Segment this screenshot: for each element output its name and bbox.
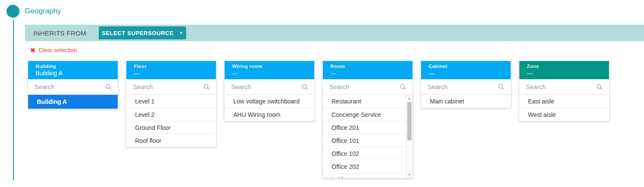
inherits-from-label: INHERITS FROM [33,29,86,37]
column-title: Wiring room [232,64,310,69]
column-title: Cabinet [428,64,506,69]
search-icon [203,83,210,90]
item-list-floor: Level 1Level 2Ground FloorRoof floor [126,95,216,147]
clear-selection-link[interactable]: ✖ Clear selection [30,47,77,53]
search-row-building [28,79,118,95]
list-item[interactable]: Low voltage switchboard [225,95,314,108]
page-title: Geography [25,7,61,16]
search-row-floor [126,79,216,95]
column-header-building: BuildingBuilding A [28,61,118,79]
column-title: Room [330,64,408,69]
list-item[interactable]: Roof floor [126,134,216,147]
column-selected-value: — [428,70,506,77]
scroll-down-arrow[interactable]: ▼ [406,171,412,177]
select-supersource-label: SELECT SUPERSOURCE [102,30,174,36]
list-item[interactable]: Office 102 [323,147,412,160]
column-selected-value: — [232,70,310,77]
column-title: Zone [527,64,605,69]
column-header-room: Room— [323,61,412,79]
selector-column-building: BuildingBuilding ABuilding A [28,61,118,109]
column-header-zone: Zone— [519,61,609,79]
search-input-zone[interactable] [519,79,609,94]
selector-columns: BuildingBuilding ABuilding AFloor—Level … [28,61,609,178]
column-title: Floor [134,64,212,69]
column-selected-value: — [134,70,212,77]
list-item[interactable]: Office 202 [323,160,412,173]
section-vertical-rule [13,20,14,181]
list-item[interactable]: Ground Floor [126,121,216,134]
search-icon [399,83,407,90]
scroll-thumb[interactable] [407,102,412,140]
clear-selection-label: Clear selection [39,47,77,53]
search-input-cabinet[interactable] [421,79,511,94]
search-input-room[interactable] [323,79,412,94]
list-item[interactable]: West aisle [519,108,609,121]
column-title: Building [35,64,113,69]
list-item[interactable]: East aisle [519,95,609,108]
list-item[interactable]: AHU Wiring room [225,108,314,121]
selector-column-room: Room—RestaurantConcierge ServiceOffice 2… [322,61,413,178]
room-scrollbar[interactable]: ▲▼ [406,95,412,178]
search-icon [498,83,505,90]
item-list-cabinet: Main cabinet [421,95,511,108]
search-row-wiring-room [225,79,314,95]
search-input-wiring-room[interactable] [225,79,314,94]
inherits-from-bar: INHERITS FROM SELECT SUPERSOURCE ▼ [25,25,644,41]
app-logo-circle[interactable] [6,5,19,18]
list-item[interactable]: Lobby [323,173,412,178]
select-supersource-button[interactable]: SELECT SUPERSOURCE ▼ [99,26,186,39]
search-row-cabinet [421,79,511,95]
item-list-room: RestaurantConcierge ServiceOffice 201Off… [323,95,412,178]
selector-column-zone: Zone—East aisleWest aisle [519,61,609,121]
list-item[interactable]: Concierge Service [323,108,412,121]
chevron-down-icon: ▼ [179,31,184,35]
search-icon [596,83,603,90]
column-selected-value: — [330,70,408,77]
list-item[interactable]: Level 2 [126,108,216,121]
list-item[interactable]: Restaurant [323,95,412,108]
list-item[interactable]: Level 1 [126,95,216,108]
list-item[interactable]: Building A [28,95,118,109]
search-icon [105,83,112,90]
list-item[interactable]: Office 101 [323,134,412,147]
clear-x-icon: ✖ [30,47,35,53]
column-header-wiring-room: Wiring room— [225,61,314,79]
scroll-up-arrow[interactable]: ▲ [406,95,412,101]
list-item[interactable]: Main cabinet [421,95,511,108]
search-input-building[interactable] [28,79,118,94]
search-input-floor[interactable] [126,79,216,94]
search-row-room [323,79,412,95]
search-icon [301,83,309,90]
item-list-building: Building A [28,95,118,109]
column-header-floor: Floor— [126,61,216,79]
selector-column-floor: Floor—Level 1Level 2Ground FloorRoof flo… [126,61,216,147]
list-item[interactable]: Office 201 [323,121,412,134]
search-row-zone [519,79,609,95]
column-selected-value: — [527,70,605,77]
column-header-cabinet: Cabinet— [421,61,511,79]
item-list-zone: East aisleWest aisle [519,95,609,121]
column-selected-value: Building A [35,70,113,77]
item-list-wiring-room: Low voltage switchboardAHU Wiring room [225,95,314,121]
selector-column-wiring-room: Wiring room—Low voltage switchboardAHU W… [224,61,315,121]
selector-column-cabinet: Cabinet—Main cabinet [421,61,511,108]
